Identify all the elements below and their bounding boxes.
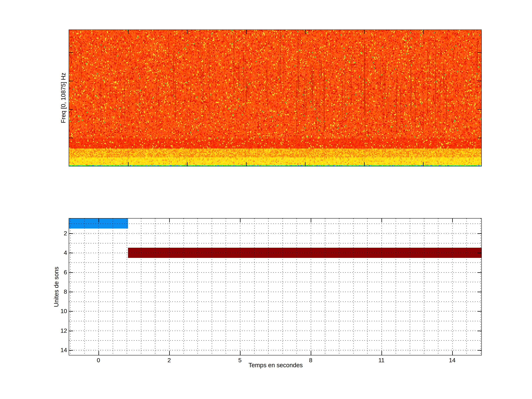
- grid-line-vertical: [297, 219, 297, 355]
- spectrogram-x-tick: [364, 30, 365, 34]
- grid-line-vertical: [226, 219, 226, 355]
- x-tick-label: 5: [229, 356, 251, 364]
- units-x-tick: [240, 219, 241, 222]
- grid-line-vertical: [396, 219, 396, 355]
- spectrogram-y-tick: [477, 109, 481, 110]
- grid-line-horizontal: [69, 301, 481, 302]
- grid-line-vertical: [98, 219, 99, 355]
- grid-line-horizontal: [69, 340, 481, 341]
- spectrogram-x-tick: [187, 30, 188, 34]
- grid-line-vertical: [339, 219, 339, 355]
- spectrogram-x-tick: [423, 30, 424, 34]
- grid-line-horizontal: [69, 331, 481, 331]
- spectrogram-y-tick: [477, 52, 481, 53]
- x-tick-label: 11: [370, 356, 393, 364]
- spectrogram-x-tick: [128, 162, 129, 166]
- grid-line-vertical: [141, 219, 141, 355]
- spectrogram-y-tick: [69, 52, 73, 53]
- spectrogram-x-tick: [364, 162, 365, 166]
- units-x-tick: [169, 351, 170, 355]
- units-x-tick: [98, 351, 99, 355]
- grid-line-vertical: [438, 219, 438, 355]
- y-tick-label: 2: [43, 229, 67, 237]
- spectrogram-plot: [69, 30, 482, 166]
- grid-line-vertical: [212, 219, 212, 355]
- grid-line-vertical: [254, 219, 254, 355]
- grid-line-horizontal: [69, 253, 481, 253]
- grid-line-vertical: [155, 219, 155, 355]
- grid-line-horizontal: [69, 243, 481, 243]
- y-tick-label: 14: [43, 346, 67, 354]
- units-y-tick: [69, 350, 73, 351]
- grid-line-horizontal: [69, 262, 481, 263]
- units-x-tick: [311, 351, 311, 355]
- units-x-tick: [311, 219, 311, 222]
- y-tick-label: 4: [43, 249, 67, 257]
- units-y-tick: [477, 233, 481, 234]
- matlab-figure: Freq [0, 10875] Hz Unites de sons Temps …: [0, 0, 532, 399]
- grid-line-horizontal: [69, 311, 481, 311]
- units-y-tick: [69, 233, 73, 234]
- spectrogram-x-tick: [423, 162, 424, 166]
- grid-line-vertical: [481, 219, 481, 355]
- units-y-tick: [477, 292, 481, 292]
- spectrogram-x-tick: [246, 162, 247, 166]
- grid-line-vertical: [169, 219, 170, 355]
- units-y-tick: [69, 253, 73, 253]
- grid-line-vertical: [311, 219, 311, 355]
- units-y-tick: [69, 331, 73, 331]
- spectrogram-y-tick: [69, 109, 73, 110]
- units-y-tick: [477, 350, 481, 351]
- units-x-axis-label: Temps en secondes: [248, 362, 303, 369]
- spectrogram-y-tick: [69, 138, 73, 138]
- units-y-tick: [477, 311, 481, 312]
- spectrogram-x-tick: [128, 30, 129, 34]
- spectrogram-heatmap: [69, 30, 481, 166]
- units-x-tick: [452, 219, 453, 222]
- grid-line-horizontal: [69, 321, 481, 321]
- units-y-tick: [477, 253, 481, 253]
- units-y-tick: [477, 331, 481, 331]
- grid-line-horizontal: [69, 292, 481, 292]
- y-tick-label: 8: [43, 288, 67, 296]
- grid-line-vertical: [367, 219, 367, 355]
- units-x-tick: [381, 351, 382, 355]
- grid-line-vertical: [268, 219, 269, 355]
- grid-line-vertical: [424, 219, 424, 355]
- units-x-tick: [452, 351, 453, 355]
- x-tick-label: 2: [158, 356, 180, 364]
- grid-line-vertical: [353, 219, 354, 355]
- grid-line-vertical: [466, 219, 467, 355]
- units-x-tick: [169, 219, 170, 222]
- grid-line-vertical: [410, 219, 410, 355]
- units-y-tick: [69, 311, 73, 312]
- grid-line-vertical: [325, 219, 325, 355]
- grid-line-vertical: [452, 219, 453, 355]
- units-plot: [69, 218, 482, 355]
- spectrogram-x-tick: [246, 30, 247, 34]
- spectrogram-y-tick: [69, 81, 73, 81]
- x-tick-label: 14: [441, 356, 463, 364]
- y-tick-label: 12: [43, 327, 67, 335]
- grid-line-horizontal: [69, 272, 481, 273]
- x-tick-label: 0: [87, 356, 109, 364]
- y-tick-label: 6: [43, 268, 67, 276]
- units-y-tick: [69, 272, 73, 273]
- spectrogram-x-tick: [305, 30, 305, 34]
- spectrogram-x-tick: [187, 162, 188, 166]
- y-tick-label: 10: [43, 307, 67, 315]
- units-y-tick: [69, 292, 73, 292]
- grid-line-vertical: [70, 219, 70, 355]
- grid-line-vertical: [127, 219, 127, 355]
- grid-line-vertical: [197, 219, 198, 355]
- grid-line-horizontal: [69, 233, 481, 234]
- grid-line-vertical: [184, 219, 184, 355]
- grid-line-vertical: [282, 219, 283, 355]
- spectrogram-x-tick: [305, 162, 305, 166]
- units-x-tick: [240, 351, 241, 355]
- grid-line-vertical: [113, 219, 113, 355]
- grid-line-vertical: [381, 219, 382, 355]
- units-y-tick: [477, 272, 481, 273]
- grid-line-vertical: [84, 219, 85, 355]
- spectrogram-y-tick: [477, 81, 481, 81]
